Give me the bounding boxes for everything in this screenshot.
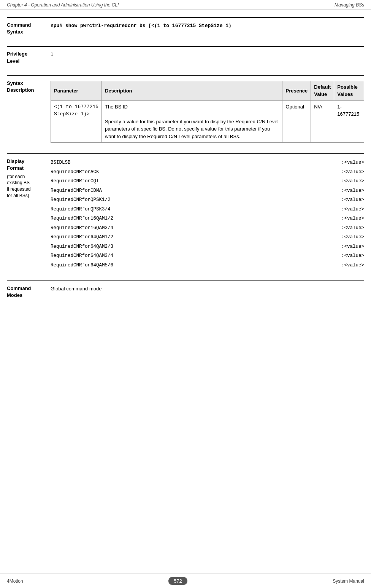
desc-cell: The BS ID Specify a value for this param… [102, 100, 282, 143]
display-key-ack: RequiredCNRforACK [51, 168, 99, 177]
display-key-64qam56: RequiredCNRfor64QAM5/6 [51, 261, 113, 270]
header-section: Managing BSs [335, 2, 364, 8]
command-modes-section: CommandModes Global command mode [7, 280, 364, 299]
header-chapter: Chapter 4 - Operation and Administration… [7, 2, 119, 8]
table-row: <(1 to 16777215StepSize 1)> The BS ID Sp… [51, 100, 364, 143]
syntax-table: Parameter Description Presence DefaultVa… [51, 81, 364, 143]
display-val-64qam12: :<value> [341, 233, 364, 242]
display-row-64qam23: RequiredCNRfor64QAM2/3 :<value> [51, 242, 364, 252]
privilege-level-label: PrivilegeLevel [7, 51, 51, 64]
display-key-qpsk12: RequiredCNRforQPSK1/2 [51, 196, 111, 204]
display-key-64qam34: RequiredCNRfor64QAM3/4 [51, 252, 113, 260]
display-format-content: BSIDLSB :<value> RequiredCNRforACK :<val… [51, 158, 364, 270]
display-key-16qam34: RequiredCNRfor16QAM3/4 [51, 224, 113, 233]
display-row-64qam12: RequiredCNRfor64QAM1/2 :<value> [51, 233, 364, 242]
display-row-64qam56: RequiredCNRfor64QAM5/6 :<value> [51, 261, 364, 270]
display-val-64qam34: :<value> [341, 252, 364, 260]
col-parameter: Parameter [51, 81, 102, 100]
display-row-qpsk12: RequiredCNRforQPSK1/2 :<value> [51, 195, 364, 205]
command-syntax-label: CommandSyntax [7, 22, 51, 35]
display-key-bsidlsb: BSIDLSB [51, 158, 71, 167]
display-val-qpsk12: :<value> [341, 196, 364, 204]
syntax-description-label: SyntaxDescription [7, 80, 51, 143]
page-header: Chapter 4 - Operation and Administration… [0, 0, 371, 10]
display-row-cdma: RequiredCNRforCDMA :<value> [51, 186, 364, 196]
display-row-16qam12: RequiredCNRfor16QAM1/2 :<value> [51, 214, 364, 223]
footer-page: 572 [168, 577, 187, 585]
display-val-bsidlsb: :<value> [341, 158, 364, 167]
privilege-level-value: 1 [51, 51, 53, 57]
display-val-64qam56: :<value> [341, 261, 364, 270]
command-syntax-section: CommandSyntax npu# show pwrctrl-required… [7, 17, 364, 35]
display-row-qpsk34: RequiredCNRforQPSK3/4 :<value> [51, 205, 364, 214]
command-syntax-content: npu# show pwrctrl-requiredcnr bs [<(1 to… [51, 22, 364, 35]
param-cell: <(1 to 16777215StepSize 1)> [51, 100, 102, 143]
display-row-16qam34: RequiredCNRfor16QAM3/4 :<value> [51, 223, 364, 233]
display-format-sublabel: (for eachexisting BSif requestedfor all … [7, 174, 47, 199]
display-row-cqi: RequiredCNRforCQI :<value> [51, 177, 364, 186]
footer-left: 4Motion [7, 578, 23, 584]
display-key-64qam12: RequiredCNRfor64QAM1/2 [51, 233, 113, 242]
default-cell: N/A [311, 100, 334, 143]
display-format-label: DisplayFormat (for eachexisting BSif req… [7, 158, 51, 270]
privilege-level-section: PrivilegeLevel 1 [7, 46, 364, 64]
col-presence: Presence [282, 81, 311, 100]
privilege-level-content: 1 [51, 51, 364, 64]
presence-cell: Optional [282, 100, 311, 143]
display-key-64qam23: RequiredCNRfor64QAM2/3 [51, 242, 113, 251]
col-description: Description [102, 81, 282, 100]
display-row-bsidlsb: BSIDLSB :<value> [51, 158, 364, 167]
col-default: DefaultValue [311, 81, 334, 100]
col-possible: PossibleValues [334, 81, 364, 100]
syntax-description-section: SyntaxDescription Parameter Description … [7, 75, 364, 143]
display-format-section: DisplayFormat (for eachexisting BSif req… [7, 153, 364, 270]
display-row-64qam34: RequiredCNRfor64QAM3/4 :<value> [51, 251, 364, 261]
display-val-cdma: :<value> [341, 186, 364, 195]
command-syntax-text: npu# show pwrctrl-requiredcnr bs [<(1 to… [51, 23, 231, 29]
display-row-ack: RequiredCNRforACK :<value> [51, 167, 364, 177]
display-val-16qam34: :<value> [341, 224, 364, 233]
display-key-qpsk34: RequiredCNRforQPSK3/4 [51, 205, 111, 214]
display-val-16qam12: :<value> [341, 214, 364, 223]
command-modes-content: Global command mode [51, 285, 364, 299]
page-footer: 4Motion 572 System Manual [0, 574, 371, 588]
possible-cell: 1-16777215 [334, 100, 364, 143]
command-modes-label: CommandModes [7, 285, 51, 299]
display-val-cqi: :<value> [341, 177, 364, 186]
footer-right: System Manual [333, 578, 364, 584]
display-key-cqi: RequiredCNRforCQI [51, 177, 99, 186]
syntax-description-content: Parameter Description Presence DefaultVa… [51, 80, 364, 143]
display-val-64qam23: :<value> [341, 242, 364, 251]
command-modes-text: Global command mode [51, 286, 101, 292]
main-content: CommandSyntax npu# show pwrctrl-required… [0, 10, 371, 317]
display-key-16qam12: RequiredCNRfor16QAM1/2 [51, 214, 113, 223]
display-val-qpsk34: :<value> [341, 205, 364, 214]
display-val-ack: :<value> [341, 168, 364, 177]
display-key-cdma: RequiredCNRforCDMA [51, 186, 102, 195]
